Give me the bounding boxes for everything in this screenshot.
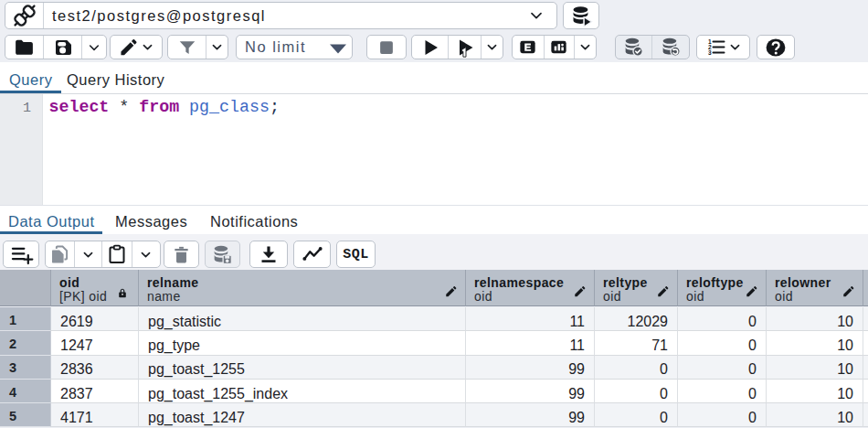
svg-text:3: 3 bbox=[708, 49, 712, 56]
